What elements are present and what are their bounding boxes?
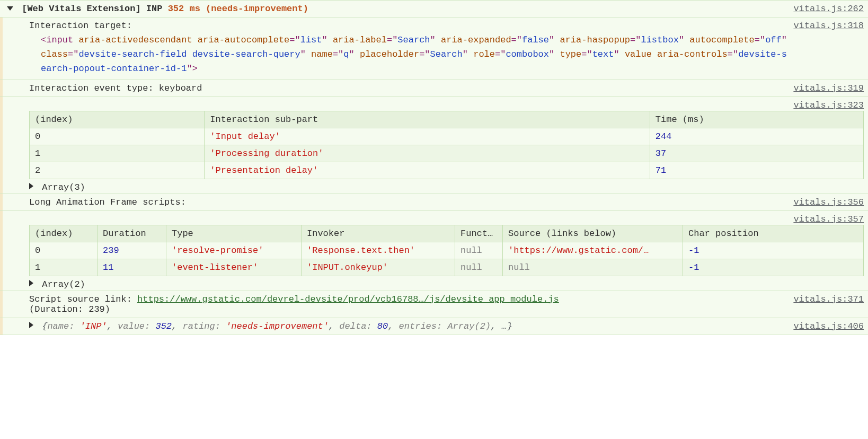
console-message-object: {name: 'INP', value: 352, rating: 'needs… (0, 318, 868, 335)
table-header: Interaction sub-part (205, 111, 650, 128)
table-header: Funct… (455, 225, 503, 242)
source-link[interactable]: vitals.js:357 (793, 214, 864, 224)
disclosure-triangle-icon[interactable] (29, 322, 33, 328)
table-row[interactable]: 2'Presentation delay'71 (30, 162, 864, 179)
header-assessment: (needs-improvement) (206, 4, 308, 14)
laf-scripts-table: (index)DurationTypeInvokerFunct…Source (… (29, 225, 864, 276)
object-preview[interactable]: {name: 'INP', value: 352, rating: 'needs… (42, 321, 512, 331)
console-message-script-link: Script source link: https://www.gstatic.… (0, 291, 868, 318)
source-link[interactable]: vitals.js:323 (793, 100, 864, 110)
source-link[interactable]: vitals.js:371 (793, 294, 864, 314)
table-header: Invoker (302, 225, 455, 242)
disclosure-triangle-icon[interactable] (7, 6, 13, 11)
table-header: (index) (30, 111, 205, 128)
console-message-event-type: Interaction event type: keyboard vitals.… (0, 80, 868, 96)
disclosure-triangle-icon[interactable] (29, 280, 33, 286)
table-row[interactable]: 0'Input delay'244 (30, 128, 864, 145)
html-element-preview[interactable]: <input aria-activedescendant aria-autoco… (29, 31, 787, 76)
console-message-interaction-target: Interaction target: <input aria-activede… (0, 17, 868, 80)
table-header: Duration (98, 225, 166, 242)
interaction-subpart-table: (index)Interaction sub-partTime (ms)0'In… (29, 111, 864, 179)
console-message-header[interactable]: [Web Vitals Extension] INP 352 ms (needs… (0, 0, 868, 17)
disclosure-triangle-icon[interactable] (29, 183, 33, 189)
table-header: Time (ms) (650, 111, 863, 128)
source-link[interactable]: vitals.js:406 (793, 321, 864, 331)
script-link-suffix: (Duration: 239) (29, 304, 110, 314)
msg-text: Long Animation Frame scripts: (7, 197, 787, 207)
header-metric: INP (146, 4, 163, 14)
table-row[interactable]: 0239'resolve-promise''Response.text.then… (30, 242, 864, 259)
array-expand[interactable]: Array(3) (29, 179, 864, 194)
table-header: Source (links below) (503, 225, 683, 242)
source-link[interactable]: vitals.js:319 (793, 83, 864, 93)
console-message-laf-label: Long Animation Frame scripts: vitals.js:… (0, 194, 868, 210)
console-message-table: (index)Interaction sub-partTime (ms)0'In… (0, 96, 868, 194)
script-link-prefix: Script source link: (29, 294, 137, 304)
header-value: 352 ms (168, 4, 200, 14)
source-link[interactable]: vitals.js:318 (793, 21, 864, 76)
msg-label: Interaction target: (29, 21, 787, 31)
table-header: Type (166, 225, 302, 242)
array-expand[interactable]: Array(2) (29, 276, 864, 291)
msg-text: Interaction event type: keyboard (7, 83, 787, 93)
source-link[interactable]: vitals.js:356 (793, 197, 864, 207)
header-prefix: [Web Vitals Extension] (22, 4, 140, 14)
console-message-table: (index)DurationTypeInvokerFunct…Source (… (0, 210, 868, 291)
table-row[interactable]: 1'Processing duration'37 (30, 145, 864, 162)
table-header: (index) (30, 225, 98, 242)
console-output: [Web Vitals Extension] INP 352 ms (needs… (0, 0, 868, 335)
table-row[interactable]: 111'event-listener''INPUT.onkeyup'nullnu… (30, 259, 864, 276)
script-source-link[interactable]: https://www.gstatic.com/devrel-devsite/p… (137, 294, 559, 304)
source-link[interactable]: vitals.js:262 (793, 4, 864, 14)
table-header: Char position (683, 225, 864, 242)
